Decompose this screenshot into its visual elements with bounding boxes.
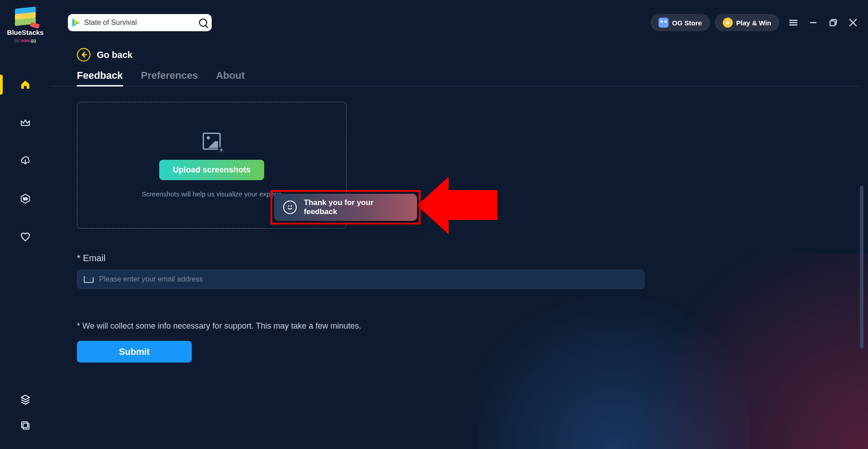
play-store-icon	[72, 19, 81, 27]
email-input[interactable]	[99, 275, 638, 283]
svg-marker-10	[21, 395, 29, 400]
home-icon	[20, 79, 31, 90]
tab-preferences[interactable]: Preferences	[141, 70, 198, 86]
brand-logo[interactable]: BlueStacks by now.gg	[0, 2, 51, 43]
back-arrow-icon	[77, 48, 90, 62]
svg-rect-5	[830, 21, 835, 26]
sidebar-item-download[interactable]	[0, 148, 51, 173]
sidebar-item-crown[interactable]	[0, 110, 51, 135]
feedback-toast: Thank you for your feedback	[274, 194, 417, 221]
crown-icon	[20, 117, 31, 128]
bluestacks-logo-icon	[15, 8, 36, 27]
star-icon: ★	[723, 18, 733, 28]
toast-text: Thank you for your feedback	[304, 198, 408, 216]
toast-highlight-box: Thank you for your feedback	[270, 190, 421, 224]
minimize-button[interactable]	[807, 17, 819, 29]
submit-button[interactable]: Submit	[77, 341, 192, 363]
og-store-label: OG Store	[672, 19, 702, 27]
svg-point-15	[291, 205, 291, 206]
cloud-download-icon	[20, 155, 31, 166]
copy-icon[interactable]	[20, 420, 31, 431]
maximize-button[interactable]	[827, 17, 839, 29]
heart-icon	[20, 231, 31, 242]
go-back-row[interactable]: Go back	[51, 45, 859, 70]
tab-feedback[interactable]: Feedback	[77, 70, 123, 86]
upload-screenshots-button[interactable]: Upload screenshots	[159, 160, 264, 180]
envelope-icon	[84, 276, 94, 283]
main-panel: Go back Feedback Preferences About + Upl…	[51, 45, 859, 440]
sidebar: W3	[0, 45, 51, 449]
sidebar-item-home[interactable]	[0, 72, 51, 97]
close-button[interactable]	[847, 17, 859, 29]
brand-name: BlueStacks	[7, 29, 44, 36]
menu-button[interactable]	[787, 17, 799, 29]
go-back-label: Go back	[97, 50, 133, 60]
layers-icon[interactable]	[20, 394, 31, 405]
svg-text:W3: W3	[23, 197, 28, 201]
upload-helper-text: Screenshots will help us visualize your …	[142, 190, 281, 198]
scrollbar[interactable]	[860, 186, 863, 349]
search-bar[interactable]	[68, 14, 212, 31]
feedback-content: + Upload screenshots Screenshots will he…	[51, 91, 859, 440]
tab-about[interactable]: About	[216, 70, 245, 86]
brand-subtitle: by now.gg	[14, 38, 36, 43]
titlebar: BlueStacks by now.gg OG Store ★ Play & W…	[0, 0, 868, 45]
smile-icon	[283, 201, 297, 214]
og-store-button[interactable]: OG Store	[650, 14, 710, 31]
play-win-label: Play & Win	[736, 19, 771, 27]
search-icon[interactable]	[199, 19, 207, 27]
play-win-button[interactable]: ★ Play & Win	[715, 14, 779, 31]
sidebar-item-web3[interactable]: W3	[0, 186, 51, 211]
sidebar-item-favorites[interactable]	[0, 224, 51, 249]
email-label: * Email	[77, 253, 833, 263]
svg-point-14	[288, 205, 289, 206]
titlebar-right: OG Store ★ Play & Win	[650, 14, 868, 31]
search-input[interactable]	[84, 19, 195, 27]
hex-w3-icon: W3	[20, 193, 31, 204]
disclaimer-text: * We will collect some info necessary fo…	[77, 321, 833, 331]
tabs: Feedback Preferences About	[51, 70, 859, 86]
robot-icon	[659, 18, 669, 28]
email-field-wrap[interactable]	[77, 270, 645, 289]
